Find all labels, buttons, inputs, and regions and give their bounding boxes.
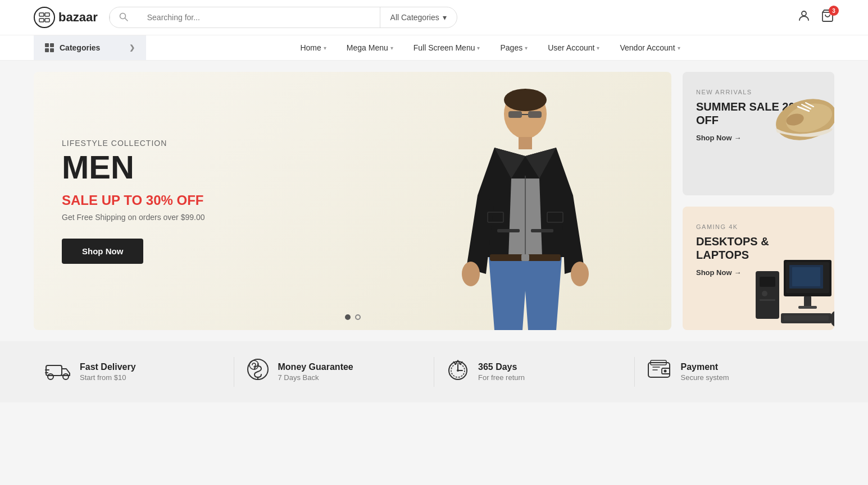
svg-point-44 <box>48 374 53 379</box>
365-days-subtitle: For free return <box>478 373 525 382</box>
arrow-right-icon: → <box>734 134 742 142</box>
gaming-label: GAMING 4K <box>696 223 821 230</box>
svg-point-39 <box>830 311 834 327</box>
hero-side-banners: NEW ARRIVALS SUMMER SALE 20% OFF Shop No… <box>683 72 834 330</box>
feature-fast-delivery: Fast Delivery Start from $10 <box>34 359 234 385</box>
365-days-icon <box>446 357 470 387</box>
svg-rect-11 <box>528 111 542 118</box>
svg-point-9 <box>504 89 547 111</box>
svg-rect-3 <box>45 19 49 22</box>
gaming-banner: GAMING 4K DESKTOPS & LAPTOPS Shop Now → <box>683 207 834 330</box>
fast-delivery-title: Fast Delivery <box>80 362 136 372</box>
logo-icon <box>34 7 55 28</box>
search-input[interactable] <box>137 7 380 28</box>
hero-main-banner: LIFESTYLE COLLECTION MEN SALE UP TO 30% … <box>34 72 671 330</box>
hero-dot-1[interactable] <box>345 314 351 320</box>
chevron-down-icon: ▾ <box>597 45 599 51</box>
fast-delivery-subtitle: Start from $10 <box>80 373 136 382</box>
svg-point-16 <box>571 262 589 286</box>
chevron-down-icon: ▾ <box>477 45 480 51</box>
gaming-shop-now-button[interactable]: Shop Now → <box>696 268 742 277</box>
categories-label: Categories <box>60 43 100 52</box>
chevron-down-icon: ▾ <box>678 45 680 51</box>
svg-rect-10 <box>508 111 522 118</box>
svg-rect-31 <box>804 296 811 306</box>
fast-delivery-icon <box>45 359 72 385</box>
grid-icon <box>45 43 54 52</box>
feature-payment: Payment Secure system <box>634 357 835 387</box>
svg-rect-32 <box>798 306 817 309</box>
hero-dots <box>345 314 361 320</box>
nav: Categories ❯ Home ▾ Mega Menu ▾ Full Scr… <box>0 35 868 61</box>
svg-rect-22 <box>531 229 553 232</box>
nav-item-full-screen-menu[interactable]: Full Screen Menu ▾ <box>405 35 489 60</box>
chevron-down-icon: ▾ <box>390 45 393 51</box>
user-account-btn[interactable] <box>797 9 811 26</box>
arrow-right-icon: → <box>734 268 742 277</box>
cart-badge: 3 <box>829 6 839 16</box>
cart-btn[interactable]: 3 <box>821 9 834 26</box>
feature-fast-delivery-text: Fast Delivery Start from $10 <box>80 362 136 382</box>
hero-shop-now-button[interactable]: Shop Now <box>62 239 143 264</box>
feature-365-days: 365 Days For free return <box>434 357 634 387</box>
category-select[interactable]: All Categories ▾ <box>380 7 457 28</box>
feature-money-guarantee: Money Guarantee 7 Days Back <box>234 357 434 387</box>
svg-point-56 <box>457 369 459 372</box>
svg-point-45 <box>63 374 69 379</box>
hero-dot-2[interactable] <box>355 314 361 320</box>
svg-line-5 <box>125 18 128 21</box>
money-guarantee-title: Money Guarantee <box>278 362 353 372</box>
svg-rect-21 <box>497 229 520 232</box>
features-bar: Fast Delivery Start from $10 Money Guara… <box>0 341 868 402</box>
svg-point-59 <box>664 370 666 373</box>
desktop-image <box>753 257 834 330</box>
nav-item-user-account[interactable]: User Account ▾ <box>539 35 608 60</box>
money-guarantee-icon <box>246 357 270 387</box>
svg-rect-36 <box>760 299 775 301</box>
logo[interactable]: bazaar <box>34 7 98 28</box>
feature-payment-text: Payment Secure system <box>681 362 729 382</box>
svg-rect-2 <box>39 19 44 22</box>
svg-rect-38 <box>784 315 829 321</box>
nav-item-home[interactable]: Home ▾ <box>291 35 335 60</box>
feature-365-days-text: 365 Days For free return <box>478 362 525 382</box>
svg-point-15 <box>462 262 480 286</box>
money-guarantee-subtitle: 7 Days Back <box>278 373 353 382</box>
svg-point-51 <box>249 360 258 369</box>
365-days-title: 365 Days <box>478 362 525 372</box>
nav-item-mega-menu[interactable]: Mega Menu ▾ <box>338 35 402 60</box>
payment-subtitle: Secure system <box>681 373 729 382</box>
hero-content: LIFESTYLE COLLECTION MEN SALE UP TO 30% … <box>34 105 233 298</box>
payment-title: Payment <box>681 362 729 372</box>
hero-shipping: Get Free Shipping on orders over $99.00 <box>62 213 205 222</box>
categories-btn[interactable]: Categories ❯ <box>34 35 146 60</box>
logo-text: bazaar <box>58 10 98 25</box>
hero-subtitle: LIFESTYLE COLLECTION <box>62 139 205 148</box>
hero-model-image <box>424 72 626 330</box>
feature-money-guarantee-text: Money Guarantee 7 Days Back <box>278 362 353 382</box>
chevron-down-icon: ▾ <box>525 45 528 51</box>
shoe-image <box>761 89 834 145</box>
header: bazaar All Categories ▾ 3 <box>0 0 868 35</box>
chevron-down-icon: ▾ <box>443 13 447 22</box>
header-icons: 3 <box>797 9 834 26</box>
svg-rect-13 <box>519 137 532 149</box>
hero-section: LIFESTYLE COLLECTION MEN SALE UP TO 30% … <box>0 61 868 341</box>
svg-point-35 <box>762 291 767 296</box>
summer-sale-banner: NEW ARRIVALS SUMMER SALE 20% OFF Shop No… <box>683 72 834 195</box>
payment-icon <box>646 357 673 387</box>
svg-rect-42 <box>792 267 820 286</box>
svg-rect-18 <box>521 254 529 261</box>
categories-arrow-icon: ❯ <box>129 44 135 52</box>
search-icon-btn[interactable] <box>110 7 137 28</box>
nav-item-vendor-account[interactable]: Vendor Account ▾ <box>611 35 689 60</box>
nav-links: Home ▾ Mega Menu ▾ Full Screen Menu ▾ Pa… <box>146 35 834 60</box>
svg-point-6 <box>802 11 806 16</box>
nav-item-pages[interactable]: Pages ▾ <box>491 35 537 60</box>
svg-rect-1 <box>45 13 49 16</box>
search-bar: All Categories ▾ <box>109 7 457 28</box>
hero-sale: SALE UP TO 30% OFF <box>62 193 205 208</box>
svg-rect-0 <box>39 13 44 16</box>
chevron-down-icon: ▾ <box>324 45 326 51</box>
summer-sale-shop-now-button[interactable]: Shop Now → <box>696 134 742 142</box>
